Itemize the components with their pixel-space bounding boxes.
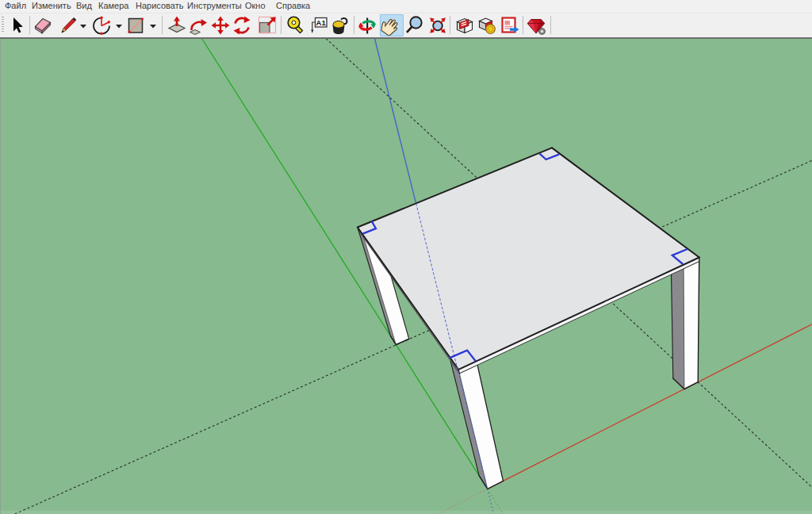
svg-text:A1: A1 bbox=[316, 18, 327, 27]
